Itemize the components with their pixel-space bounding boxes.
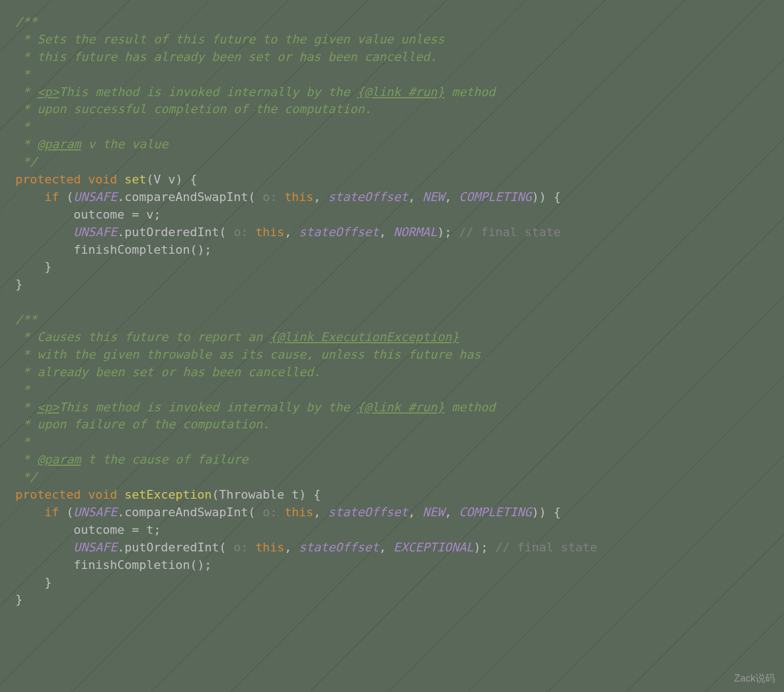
javadoc-line: * bbox=[15, 400, 37, 414]
field-new: NEW bbox=[423, 190, 445, 204]
keyword-this: this bbox=[255, 225, 284, 239]
method-cas: .compareAndSwapInt( bbox=[117, 190, 255, 204]
keyword-void: void bbox=[88, 488, 117, 501]
javadoc-open: /** bbox=[15, 312, 37, 326]
keyword-if: if bbox=[44, 190, 59, 204]
comma: , bbox=[284, 225, 299, 239]
param-hint: o: bbox=[226, 225, 255, 239]
close-brace: } bbox=[15, 576, 52, 589]
javadoc-param-tag: @param bbox=[37, 137, 81, 151]
method-putordered: .putOrderedInt( bbox=[117, 540, 226, 554]
method-finish: finishCompletion(); bbox=[15, 243, 212, 256]
javadoc-line: * bbox=[15, 137, 37, 151]
javadoc-link: #run} bbox=[401, 85, 444, 99]
comma: , bbox=[313, 505, 328, 519]
javadoc-p-tag: <p> bbox=[37, 400, 59, 414]
field-new: NEW bbox=[423, 505, 445, 519]
field-normal: NORMAL bbox=[394, 225, 437, 239]
close-paren: ); bbox=[474, 540, 489, 554]
method-params: (Throwable t) { bbox=[212, 488, 321, 501]
javadoc-line: * Sets the result of this future to the … bbox=[15, 32, 444, 46]
method-putordered: .putOrderedInt( bbox=[117, 225, 226, 239]
param-hint: o: bbox=[255, 190, 284, 204]
code-editor[interactable]: /** * Sets the result of this future to … bbox=[0, 0, 784, 622]
javadoc-close: */ bbox=[15, 155, 37, 169]
javadoc-line: This method is invoked internally by the bbox=[59, 85, 357, 99]
field-unsafe: UNSAFE bbox=[74, 190, 117, 204]
close-brace: } bbox=[15, 277, 23, 291]
keyword-protected: protected bbox=[15, 172, 81, 186]
field-stateoffset: stateOffset bbox=[328, 190, 408, 204]
keyword-protected: protected bbox=[15, 488, 81, 501]
paren: ( bbox=[66, 505, 74, 519]
field-unsafe: UNSAFE bbox=[74, 540, 117, 554]
javadoc-open: /** bbox=[15, 15, 37, 29]
field-completing: COMPLETING bbox=[459, 505, 531, 519]
method-params: (V v) { bbox=[146, 172, 197, 186]
javadoc-line: v the value bbox=[81, 137, 168, 151]
watermark: Zack说码 bbox=[734, 671, 775, 685]
javadoc-line: * bbox=[15, 435, 30, 449]
keyword-this: this bbox=[284, 505, 313, 519]
javadoc-p-tag: <p> bbox=[37, 85, 59, 99]
line-comment: // final state bbox=[452, 225, 561, 239]
javadoc-link-tag: {@link bbox=[357, 400, 401, 414]
javadoc-line: * with the given throwable as its cause,… bbox=[15, 348, 481, 361]
comma: , bbox=[379, 540, 394, 554]
javadoc-param-tag: @param bbox=[37, 453, 81, 466]
javadoc-line: * already been set or has been cancelled… bbox=[15, 365, 321, 379]
param-hint: o: bbox=[226, 540, 255, 554]
javadoc-link: ExecutionException} bbox=[313, 330, 459, 344]
comma: , bbox=[408, 190, 423, 204]
close-paren: )) { bbox=[532, 190, 561, 204]
javadoc-line: This method is invoked internally by the bbox=[59, 400, 357, 414]
method-name-set: set bbox=[125, 172, 147, 186]
javadoc-line: * upon successful completion of the comp… bbox=[15, 102, 372, 116]
keyword-void: void bbox=[88, 172, 117, 186]
field-unsafe: UNSAFE bbox=[74, 505, 117, 519]
javadoc-line: * bbox=[15, 120, 30, 133]
close-paren: ); bbox=[437, 225, 452, 239]
keyword-this: this bbox=[284, 190, 313, 204]
javadoc-line: * upon failure of the computation. bbox=[15, 417, 270, 431]
javadoc-link-tag: {@link bbox=[270, 330, 313, 344]
javadoc-line: * bbox=[15, 85, 37, 99]
param-hint: o: bbox=[255, 505, 284, 519]
javadoc-link-tag: {@link bbox=[357, 85, 401, 99]
comma: , bbox=[445, 505, 460, 519]
close-brace: } bbox=[15, 593, 23, 606]
assignment: outcome = v; bbox=[15, 208, 161, 221]
field-completing: COMPLETING bbox=[459, 190, 531, 204]
paren: ( bbox=[66, 190, 74, 204]
close-paren: )) { bbox=[532, 505, 561, 519]
field-stateoffset: stateOffset bbox=[299, 540, 379, 554]
assignment: outcome = t; bbox=[15, 523, 161, 537]
javadoc-line: * Causes this future to report an bbox=[15, 330, 270, 344]
javadoc-link: #run} bbox=[401, 400, 444, 414]
comma: , bbox=[445, 190, 460, 204]
javadoc-line: * bbox=[15, 453, 37, 466]
javadoc-line: * bbox=[15, 68, 30, 81]
field-unsafe: UNSAFE bbox=[74, 225, 117, 239]
comma: , bbox=[313, 190, 328, 204]
close-brace: } bbox=[15, 260, 52, 274]
comma: , bbox=[408, 505, 423, 519]
javadoc-line: method bbox=[445, 85, 496, 99]
javadoc-line: t the cause of failure bbox=[81, 453, 248, 466]
javadoc-line: * this future has already been set or ha… bbox=[15, 50, 437, 64]
field-stateoffset: stateOffset bbox=[328, 505, 408, 519]
method-name-setexception: setException bbox=[125, 488, 212, 501]
comma: , bbox=[284, 540, 299, 554]
keyword-this: this bbox=[255, 540, 284, 554]
method-cas: .compareAndSwapInt( bbox=[117, 505, 255, 519]
field-exceptional: EXCEPTIONAL bbox=[394, 540, 474, 554]
javadoc-close: */ bbox=[15, 470, 37, 484]
javadoc-line: method bbox=[445, 400, 496, 414]
method-finish: finishCompletion(); bbox=[15, 558, 212, 572]
comma: , bbox=[379, 225, 394, 239]
field-stateoffset: stateOffset bbox=[299, 225, 379, 239]
javadoc-line: * bbox=[15, 383, 30, 397]
line-comment: // final state bbox=[488, 540, 597, 554]
keyword-if: if bbox=[44, 505, 59, 519]
